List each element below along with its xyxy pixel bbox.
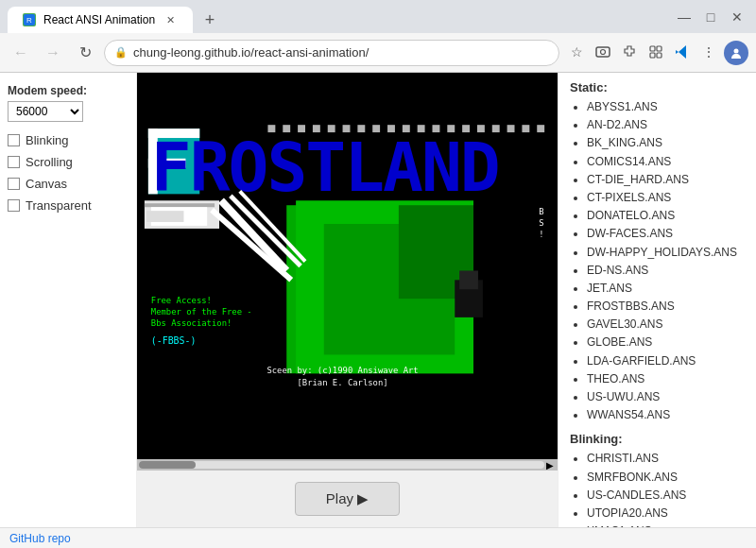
svg-rect-53 [403, 125, 410, 132]
svg-rect-46 [298, 125, 305, 132]
svg-text:B: B [539, 207, 543, 216]
modem-label: Modem speed: [8, 84, 129, 97]
browser-frame: R React ANSI Animation ✕ + — □ ✕ ← → ↻ 🔒… [0, 0, 756, 548]
tab-favicon: R [23, 13, 36, 26]
svg-rect-47 [313, 125, 320, 132]
svg-rect-6 [650, 53, 655, 58]
list-item[interactable]: GLOBE.ANS [587, 334, 745, 351]
lock-icon: 🔒 [114, 46, 128, 59]
canvas-checkbox-item[interactable]: Canvas [8, 177, 129, 191]
list-item[interactable]: GAVEL30.ANS [587, 316, 745, 334]
list-item[interactable]: CT-PIXELS.ANS [587, 189, 745, 207]
svg-rect-45 [283, 125, 290, 132]
maximize-button[interactable]: □ [699, 6, 722, 28]
svg-point-3 [601, 49, 606, 54]
svg-text:Free Access!: Free Access! [151, 296, 212, 305]
main-content: Modem speed: 56000 28800 14400 9600 2400… [0, 73, 756, 527]
list-item[interactable]: COMICS14.ANS [587, 153, 745, 171]
svg-rect-24 [146, 211, 184, 222]
list-item[interactable]: FROSTBBS.ANS [587, 298, 745, 316]
browser-tab[interactable]: R React ANSI Animation ✕ [8, 7, 193, 33]
list-item[interactable]: US-UWU.ANS [587, 388, 745, 406]
list-item[interactable]: AN-D2.ANS [587, 116, 745, 134]
github-repo-link[interactable]: GitHub repo [9, 532, 71, 545]
scrollbar-area: ▶ [137, 459, 558, 471]
list-item[interactable]: DONATELO.ANS [587, 207, 745, 225]
svg-text:!: ! [539, 230, 543, 239]
toolbar: ← → ↻ 🔒 chung-leong.github.io/react-ansi… [0, 33, 756, 73]
svg-rect-58 [477, 125, 485, 132]
svg-rect-52 [387, 125, 395, 132]
profile-icon[interactable] [724, 41, 748, 65]
list-item[interactable]: BK_KING.ANS [587, 134, 745, 152]
tab-title: React ANSI Animation [43, 13, 155, 26]
left-panel: Modem speed: 56000 28800 14400 9600 2400… [0, 73, 137, 527]
screenshot-icon[interactable] [592, 41, 614, 63]
list-item[interactable]: DW-FACES.ANS [587, 225, 745, 243]
new-tab-button[interactable]: + [197, 7, 223, 33]
blinking-checkbox[interactable] [8, 134, 20, 146]
svg-text:Member of the Free -: Member of the Free - [151, 307, 252, 317]
svg-text:[Brian E. Carlson]: [Brian E. Carlson] [297, 378, 387, 387]
scrolling-checkbox-item[interactable]: Scrolling [8, 155, 129, 169]
svg-rect-7 [657, 53, 662, 58]
list-item[interactable]: SMRFBONK.ANS [587, 469, 745, 487]
right-panel: Static: ABYSS1.ANS AN-D2.ANS BK_KING.ANS… [558, 73, 756, 527]
scrollbar-thumb[interactable] [139, 461, 196, 469]
list-item[interactable]: WWANS54.ANS [587, 406, 745, 424]
scrolling-checkbox[interactable] [8, 156, 20, 168]
svg-rect-62 [537, 125, 544, 132]
svg-rect-50 [357, 125, 365, 132]
tab-manager-icon[interactable] [644, 41, 667, 63]
forward-button[interactable]: → [40, 40, 66, 66]
static-file-list: ABYSS1.ANS AN-D2.ANS BK_KING.ANS COMICS1… [570, 98, 745, 424]
list-item[interactable]: UTOPIA20.ANS [587, 505, 745, 522]
svg-rect-44 [267, 125, 275, 132]
center-panel: FROSTLAND Sysop is David Taylor (Frosty)… [137, 73, 558, 527]
address-bar[interactable]: 🔒 chung-leong.github.io/react-ansi-anima… [104, 40, 559, 66]
list-item[interactable]: LDA-GARFIELD.ANS [587, 352, 745, 370]
svg-text:(-FBBS-): (-FBBS-) [151, 335, 197, 346]
transparent-checkbox[interactable] [8, 199, 20, 212]
list-item[interactable]: CT-DIE_HARD.ANS [587, 171, 745, 189]
list-item[interactable]: DW-HAPPY_HOLIDAYS.ANS [587, 244, 745, 262]
static-section-title: Static: [570, 80, 745, 94]
transparent-label: Transparent [26, 198, 92, 213]
scrollbar-right-button[interactable]: ▶ [544, 459, 556, 471]
tab-close-button[interactable]: ✕ [163, 12, 178, 27]
window-controls: — □ ✕ [673, 6, 748, 28]
back-button[interactable]: ← [8, 40, 34, 66]
bottom-bar: GitHub repo [0, 527, 756, 548]
svg-rect-49 [343, 125, 351, 132]
minimize-button[interactable]: — [673, 6, 696, 28]
svg-rect-56 [447, 125, 455, 132]
more-icon[interactable]: ⋮ [697, 41, 720, 63]
svg-rect-54 [418, 125, 425, 132]
play-button[interactable]: Play ▶ [295, 482, 400, 516]
svg-rect-22 [145, 203, 215, 207]
ansi-art-svg: FROSTLAND Sysop is David Taylor (Frosty)… [137, 73, 558, 459]
transparent-checkbox-item[interactable]: Transparent [8, 198, 129, 213]
canvas-checkbox[interactable] [8, 178, 20, 190]
modem-speed-select[interactable]: 56000 28800 14400 9600 2400 [8, 101, 83, 122]
list-item[interactable]: ED-NS.ANS [587, 262, 745, 280]
blinking-checkbox-item[interactable]: Blinking [8, 133, 129, 147]
vscode-icon[interactable] [671, 41, 694, 63]
list-item[interactable]: CHRISTI.ANS [587, 450, 745, 468]
bookmark-icon[interactable]: ☆ [565, 41, 588, 63]
tab-strip: R React ANSI Animation ✕ + [8, 0, 223, 33]
list-item[interactable]: ABYSS1.ANS [587, 98, 745, 116]
list-item[interactable]: JET.ANS [587, 280, 745, 298]
svg-rect-5 [657, 46, 662, 51]
blinking-label: Blinking [26, 133, 69, 147]
extensions-icon[interactable] [618, 41, 641, 63]
svg-text:FROSTLAND: FROSTLAND [151, 128, 499, 207]
scrollbar-track[interactable] [139, 461, 544, 469]
address-text: chung-leong.github.io/react-ansi-animati… [133, 45, 369, 60]
title-bar: R React ANSI Animation ✕ + — □ ✕ [0, 0, 756, 33]
reload-button[interactable]: ↻ [72, 40, 98, 66]
list-item[interactable]: US-CANDLES.ANS [587, 487, 745, 505]
svg-text:Sceen by:  (c)1990 Ansiwave Ar: Sceen by: (c)1990 Ansiwave Art [266, 366, 418, 375]
close-button[interactable]: ✕ [726, 6, 748, 28]
list-item[interactable]: THEO.ANS [587, 370, 745, 388]
